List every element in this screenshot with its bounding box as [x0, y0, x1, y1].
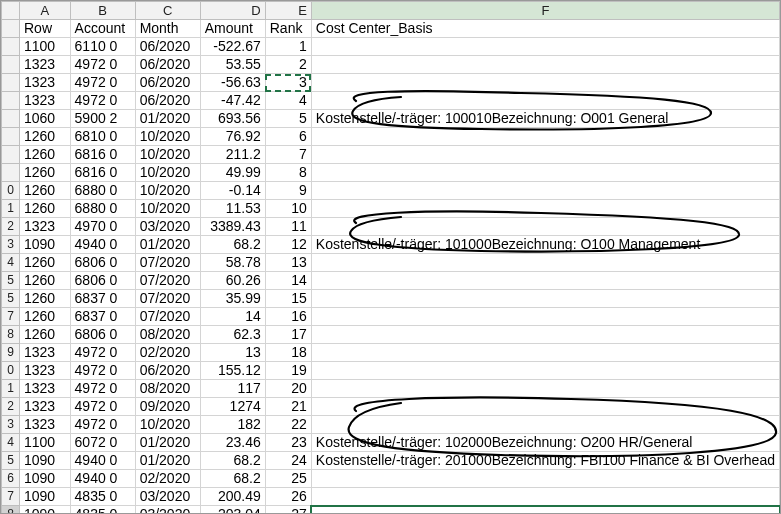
cell-E[interactable]: 5 [265, 110, 311, 128]
row-number[interactable]: 1 [2, 200, 20, 218]
cell-E[interactable]: 24 [265, 452, 311, 470]
cell-D[interactable]: 693.56 [200, 110, 265, 128]
row-number[interactable]: 5 [2, 272, 20, 290]
cell-D[interactable]: 3389.43 [200, 218, 265, 236]
cell-F[interactable]: Kostenstelle/-träger: 201000Bezeichnung:… [311, 452, 779, 470]
cell-C[interactable]: 10/2020 [135, 200, 200, 218]
cell-D[interactable]: -0.14 [200, 182, 265, 200]
row-number[interactable] [2, 38, 20, 56]
cell-C[interactable]: 02/2020 [135, 470, 200, 488]
cell-C[interactable]: 10/2020 [135, 146, 200, 164]
corner-cell[interactable] [2, 2, 20, 20]
cell-E[interactable]: 18 [265, 344, 311, 362]
cell-B[interactable]: 4940 0 [70, 470, 135, 488]
cell-F[interactable] [311, 146, 779, 164]
cell-A[interactable]: 1260 [20, 182, 71, 200]
cell-F[interactable] [311, 164, 779, 182]
cell-A[interactable]: 1260 [20, 290, 71, 308]
cell-B[interactable]: 6816 0 [70, 164, 135, 182]
cell-A[interactable]: 1100 [20, 38, 71, 56]
cell-B[interactable]: 6837 0 [70, 290, 135, 308]
cell-E[interactable]: 25 [265, 470, 311, 488]
row-number[interactable]: 8 [2, 506, 20, 515]
cell-E[interactable]: 1 [265, 38, 311, 56]
cell-F[interactable] [311, 470, 779, 488]
cell-A[interactable]: 1323 [20, 74, 71, 92]
cell-F[interactable]: Kostenstelle/-träger: 101000Bezeichnung:… [311, 236, 779, 254]
cell-F[interactable] [311, 182, 779, 200]
cell-E[interactable]: 21 [265, 398, 311, 416]
cell-A[interactable]: 1260 [20, 254, 71, 272]
cell-D[interactable]: 211.2 [200, 146, 265, 164]
cell-D[interactable]: 23.46 [200, 434, 265, 452]
cell-D[interactable]: 1274 [200, 398, 265, 416]
cell-C[interactable]: 06/2020 [135, 56, 200, 74]
row-number[interactable] [2, 110, 20, 128]
row-number[interactable] [2, 92, 20, 110]
cell-E[interactable]: 17 [265, 326, 311, 344]
cell-D[interactable]: 14 [200, 308, 265, 326]
cell-E[interactable]: 7 [265, 146, 311, 164]
cell-F[interactable] [311, 200, 779, 218]
cell-D[interactable]: 203.04 [200, 506, 265, 515]
cell-B[interactable]: 4972 0 [70, 344, 135, 362]
cell-E[interactable]: 22 [265, 416, 311, 434]
cell-F[interactable] [311, 326, 779, 344]
cell-D[interactable]: 35.99 [200, 290, 265, 308]
row-number[interactable]: 6 [2, 470, 20, 488]
cell-F[interactable] [311, 380, 779, 398]
cell-F[interactable] [311, 362, 779, 380]
cell-E[interactable]: 19 [265, 362, 311, 380]
cell-A[interactable]: 1060 [20, 110, 71, 128]
cell-A[interactable]: 1323 [20, 56, 71, 74]
cell-C[interactable]: 01/2020 [135, 110, 200, 128]
cell-D[interactable]: 76.92 [200, 128, 265, 146]
row-number[interactable]: 2 [2, 398, 20, 416]
cell-D[interactable]: 200.49 [200, 488, 265, 506]
cell-D[interactable]: 11.53 [200, 200, 265, 218]
cell-A[interactable]: 1090 [20, 236, 71, 254]
cell-C[interactable]: 01/2020 [135, 452, 200, 470]
cell-F[interactable] [311, 56, 779, 74]
header-Month[interactable]: Month [135, 20, 200, 38]
row-number[interactable] [2, 164, 20, 182]
cell-E[interactable]: 15 [265, 290, 311, 308]
cell-C[interactable]: 03/2020 [135, 218, 200, 236]
cell-C[interactable]: 10/2020 [135, 416, 200, 434]
cell-A[interactable]: 1323 [20, 380, 71, 398]
cell-B[interactable]: 6110 0 [70, 38, 135, 56]
cell-B[interactable]: 5900 2 [70, 110, 135, 128]
cell-C[interactable]: 01/2020 [135, 434, 200, 452]
col-header-F[interactable]: F [311, 2, 779, 20]
cell-D[interactable]: 62.3 [200, 326, 265, 344]
cell-C[interactable]: 02/2020 [135, 344, 200, 362]
cell-B[interactable]: 4972 0 [70, 74, 135, 92]
row-number[interactable]: 3 [2, 236, 20, 254]
cell-F[interactable] [311, 398, 779, 416]
cell-F[interactable] [311, 506, 779, 515]
cell-C[interactable]: 07/2020 [135, 272, 200, 290]
row-number[interactable] [2, 128, 20, 146]
cell-D[interactable]: 58.78 [200, 254, 265, 272]
cell-C[interactable]: 07/2020 [135, 290, 200, 308]
cell-B[interactable]: 4835 0 [70, 488, 135, 506]
cell-E[interactable]: 11 [265, 218, 311, 236]
cell-E[interactable]: 20 [265, 380, 311, 398]
row-number[interactable] [2, 20, 20, 38]
col-header-E[interactable]: E [265, 2, 311, 20]
cell-A[interactable]: 1323 [20, 344, 71, 362]
cell-A[interactable]: 1090 [20, 506, 71, 515]
row-number[interactable]: 2 [2, 218, 20, 236]
cell-F[interactable] [311, 308, 779, 326]
cell-F[interactable] [311, 488, 779, 506]
cell-E[interactable]: 3 [265, 74, 311, 92]
cell-F[interactable] [311, 254, 779, 272]
row-number[interactable]: 0 [2, 362, 20, 380]
cell-C[interactable]: 08/2020 [135, 326, 200, 344]
cell-E[interactable]: 4 [265, 92, 311, 110]
cell-A[interactable]: 1323 [20, 218, 71, 236]
cell-A[interactable]: 1260 [20, 326, 71, 344]
cell-A[interactable]: 1090 [20, 488, 71, 506]
cell-B[interactable]: 6837 0 [70, 308, 135, 326]
cell-A[interactable]: 1323 [20, 398, 71, 416]
